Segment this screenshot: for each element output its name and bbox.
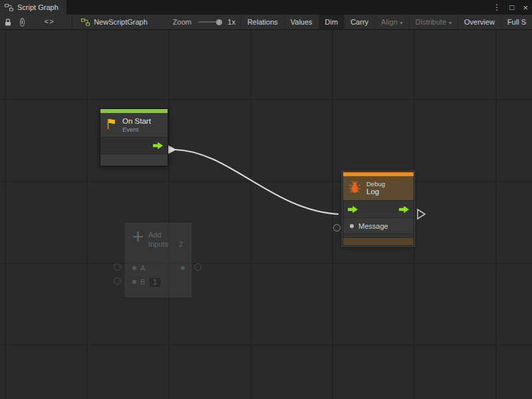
- relations-button[interactable]: Relations: [241, 15, 284, 29]
- script-graph-window: Script Graph ⋮ □ × i <> NewScriptGraph Z…: [0, 0, 532, 399]
- ghost-port-circle-a[interactable]: [114, 263, 121, 271]
- zoom-slider-handle[interactable]: [216, 19, 222, 25]
- node-subtitle: Event: [122, 126, 151, 133]
- graph-name-breadcrumb[interactable]: NewScriptGraph: [94, 18, 148, 26]
- input-label: B: [140, 278, 145, 286]
- distribute-label: Distribute: [416, 18, 446, 26]
- tab-script-graph[interactable]: Script Graph: [0, 0, 66, 15]
- toolbar-buttons: Relations Values Dim Carry Align ▾ Distr…: [241, 15, 532, 29]
- restore-icon[interactable]: □: [509, 3, 514, 12]
- graph-asset-icon: [81, 19, 90, 26]
- message-port-circle[interactable]: [333, 224, 340, 231]
- value-port-dot[interactable]: [132, 280, 136, 284]
- ghost-port-circle-out[interactable]: [194, 263, 201, 271]
- zoom-slider[interactable]: [198, 15, 222, 30]
- tab-title: Script Graph: [17, 3, 59, 11]
- flow-continue-arrow: [418, 209, 425, 219]
- dim-button[interactable]: Dim: [319, 15, 344, 29]
- control-output-port[interactable]: [153, 142, 163, 150]
- connection-wire: [175, 150, 338, 214]
- wire-start-arrow: [168, 145, 176, 154]
- connection-layer: [0, 30, 532, 399]
- zoom-value: 1x: [227, 18, 235, 26]
- distribute-button[interactable]: Distribute ▾: [409, 15, 458, 29]
- graph-tab-icon: [5, 4, 13, 11]
- node-add-ghost[interactable]: + Add Inputs 2 A B 1: [125, 223, 192, 297]
- node-on-start[interactable]: On Start Event: [100, 108, 168, 166]
- input-port-label: Message: [358, 222, 388, 230]
- input-value-field[interactable]: 1: [150, 278, 160, 287]
- control-input-port[interactable]: [348, 205, 358, 213]
- ghost-port-circle-b[interactable]: [114, 277, 121, 285]
- node-title: Log: [366, 188, 385, 196]
- node-category: Debug: [366, 180, 385, 188]
- output-port-dot[interactable]: [181, 266, 185, 270]
- window-controls: ⋮ □ ×: [493, 0, 528, 15]
- node-footer: [343, 237, 414, 245]
- plus-icon: +: [132, 229, 144, 245]
- carry-button[interactable]: Carry: [344, 15, 374, 29]
- close-icon[interactable]: ×: [523, 3, 528, 13]
- zoom-label: Zoom: [173, 18, 192, 26]
- node-debug-log[interactable]: Debug Log Message: [342, 172, 414, 246]
- fullscreen-button[interactable]: Full S: [501, 15, 532, 29]
- ghost-input-count: 2: [179, 240, 183, 248]
- code-icon[interactable]: <>: [45, 18, 55, 26]
- node-title: On Start: [122, 117, 151, 126]
- bug-icon: [348, 180, 362, 197]
- control-output-port[interactable]: [399, 205, 409, 213]
- flag-icon: [105, 118, 118, 133]
- graph-canvas[interactable]: On Start Event: [0, 30, 532, 399]
- title-bar: Script Graph ⋮ □ ×: [0, 0, 532, 15]
- input-row-a[interactable]: A: [126, 261, 191, 275]
- chevron-down-icon: ▾: [449, 20, 452, 26]
- lock-icon[interactable]: [4, 18, 12, 27]
- input-row-b[interactable]: B 1: [126, 275, 191, 289]
- chevron-down-icon: ▾: [400, 20, 403, 26]
- overview-button[interactable]: Overview: [458, 15, 501, 29]
- menu-icon[interactable]: ⋮: [493, 3, 501, 12]
- align-button[interactable]: Align ▾: [374, 15, 408, 29]
- ghost-title-line1: Add: [148, 230, 183, 239]
- input-label: A: [140, 264, 145, 272]
- node-footer: [100, 154, 168, 166]
- value-port-dot[interactable]: [132, 266, 136, 270]
- value-port-dot[interactable]: [350, 224, 354, 228]
- values-button[interactable]: Values: [284, 15, 319, 29]
- align-label: Align: [381, 18, 397, 26]
- graph-toolbar: i <> NewScriptGraph Zoom 1x Relations Va…: [0, 15, 532, 30]
- ghost-title-line2: Inputs: [148, 240, 168, 248]
- info-icon[interactable]: i: [20, 18, 25, 27]
